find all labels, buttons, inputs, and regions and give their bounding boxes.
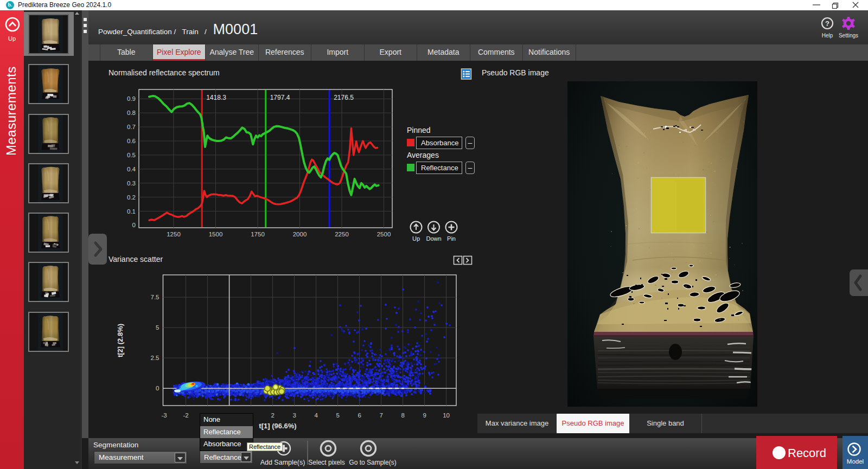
svg-text:2000: 2000 [293,231,307,237]
svg-text:0.6: 0.6 [127,138,136,144]
svg-text:-2: -2 [183,412,188,419]
svg-text:1500: 1500 [209,231,223,237]
svg-text:Select pixels: Select pixels [308,459,344,466]
svg-text:Help: Help [822,33,833,38]
svg-text:10: 10 [443,412,450,419]
svg-text:0: 0 [132,222,136,228]
svg-text:Pin: Pin [447,235,456,242]
svg-text:2176.5: 2176.5 [334,94,354,101]
svg-text:?: ? [825,20,829,28]
svg-text:9: 9 [423,412,426,419]
svg-text:Go to Sample(s): Go to Sample(s) [349,459,396,466]
svg-text:Up: Up [412,235,420,242]
svg-text:2: 2 [271,412,274,419]
svg-text:2250: 2250 [335,231,349,237]
svg-text:0.9: 0.9 [127,95,136,102]
svg-text:5: 5 [336,412,339,419]
svg-text:5: 5 [156,324,159,331]
svg-text:3: 3 [292,412,296,419]
svg-text:t[1] (96.6%): t[1] (96.6%) [259,422,296,430]
svg-text:2.5: 2.5 [151,355,159,361]
svg-text:0.1: 0.1 [127,208,136,215]
svg-text:Model: Model [847,458,864,465]
svg-text:0.4: 0.4 [127,166,136,172]
svg-text:0.3: 0.3 [127,180,136,187]
svg-text:Add Sample(s): Add Sample(s) [260,459,305,466]
svg-text:0.2: 0.2 [127,194,136,201]
svg-text:7: 7 [379,412,382,419]
svg-text:6: 6 [358,412,361,419]
svg-text:0.5: 0.5 [127,152,136,158]
svg-text:1750: 1750 [251,231,265,237]
svg-text:1250: 1250 [167,231,181,237]
svg-text:Settings: Settings [839,33,858,38]
svg-text:8: 8 [401,412,404,419]
svg-text:1797.4: 1797.4 [270,94,290,101]
svg-text:t[2] (2.8%): t[2] (2.8%) [116,324,124,357]
svg-text:7.5: 7.5 [151,294,159,300]
svg-text:0.8: 0.8 [127,110,136,116]
svg-text:2500: 2500 [377,231,391,237]
svg-text:4: 4 [314,412,318,419]
svg-text:Record: Record [788,446,826,460]
svg-text:Down: Down [426,235,441,242]
svg-text:1418.3: 1418.3 [206,94,226,101]
svg-text:0.7: 0.7 [127,124,136,130]
svg-text:0: 0 [156,385,159,391]
svg-text:-3: -3 [161,412,167,419]
